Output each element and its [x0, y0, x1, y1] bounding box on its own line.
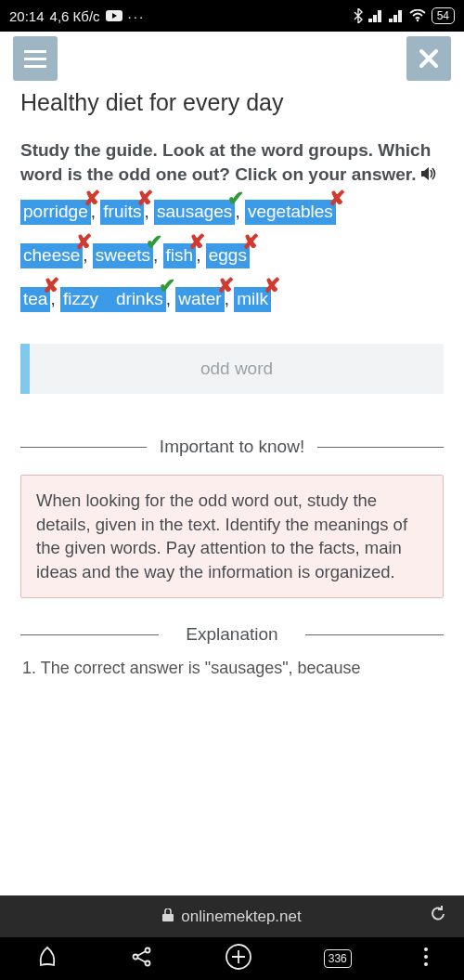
word-option[interactable]: vegetables	[245, 200, 336, 225]
word-option[interactable]: sausages	[154, 200, 235, 225]
divider-line	[305, 634, 444, 635]
reload-button[interactable]	[429, 905, 447, 928]
speaker-icon	[421, 166, 438, 181]
signal-2-icon	[389, 9, 404, 22]
odd-word-input[interactable]: odd word	[20, 344, 444, 394]
word-option[interactable]: fish	[163, 243, 197, 268]
word-option[interactable]: tea	[20, 287, 50, 312]
android-statusbar: 20:14 4,6 Кб/с ··· 54	[0, 0, 464, 32]
word-option[interactable]: fizzy drinks	[60, 287, 166, 312]
svg-point-1	[416, 20, 418, 21]
youtube-icon	[106, 8, 122, 24]
battery-icon: 54	[432, 7, 455, 24]
divider-line	[20, 447, 147, 448]
divider-line	[317, 447, 444, 448]
word-option[interactable]: sweets	[93, 243, 153, 268]
more-button[interactable]	[423, 947, 429, 971]
close-icon	[419, 48, 439, 69]
plus-circle-icon	[225, 943, 252, 971]
important-info-box: When looking for the odd word out, study…	[20, 475, 444, 599]
word-row: cheese✘, sweets✔, fish✘, eggs✘	[20, 243, 444, 268]
important-heading: Important to know!	[160, 437, 304, 458]
share-icon	[131, 946, 153, 968]
status-speed: 4,6 Кб/с	[50, 8, 100, 24]
share-button[interactable]	[131, 946, 153, 972]
word-option[interactable]: eggs	[206, 243, 250, 268]
browser-url-bar[interactable]: onlinemektep.net	[0, 895, 464, 937]
explanation-heading: Explanation	[172, 624, 292, 646]
lock-icon	[162, 908, 174, 926]
word-row: tea✘, fizzy drinks✔, water✘, milk✘	[20, 287, 444, 312]
home-button[interactable]	[35, 945, 59, 973]
word-option[interactable]: porridge	[20, 200, 91, 225]
signal-1-icon	[368, 9, 383, 22]
explanation-preview: 1. The correct answer is "sausages", bec…	[20, 659, 444, 679]
svg-point-8	[424, 955, 428, 959]
tabs-button[interactable]: 336	[324, 949, 352, 968]
svg-point-9	[424, 962, 428, 966]
home-icon	[35, 945, 59, 969]
new-tab-button[interactable]	[225, 943, 252, 974]
bluetooth-icon	[354, 8, 363, 23]
word-groups: porridge✘, fruits✘, sausages✔, vegetable…	[20, 200, 444, 311]
word-option[interactable]: fruits	[100, 200, 144, 225]
hamburger-icon	[24, 50, 46, 68]
word-option[interactable]: cheese	[20, 243, 83, 268]
reload-icon	[429, 905, 447, 923]
status-time: 20:14	[9, 8, 45, 24]
word-option[interactable]: water	[175, 287, 224, 312]
task-instructions: Study the guide. Look at the word groups…	[20, 138, 444, 187]
audio-button[interactable]	[421, 163, 438, 188]
more-notifications-icon: ···	[128, 8, 146, 24]
url-text: onlinemektep.net	[181, 908, 301, 926]
svg-point-7	[424, 947, 428, 951]
odd-word-placeholder: odd word	[200, 359, 273, 379]
divider-line	[20, 634, 159, 635]
close-button[interactable]	[406, 36, 451, 81]
wifi-icon	[409, 9, 426, 22]
word-option[interactable]: milk	[234, 287, 271, 312]
page-title: Healthy diet for every day	[20, 89, 444, 116]
menu-button[interactable]	[13, 36, 58, 81]
word-row: porridge✘, fruits✘, sausages✔, vegetable…	[20, 200, 444, 225]
svg-rect-2	[162, 914, 174, 921]
more-vert-icon	[423, 947, 429, 967]
app-webview: Healthy diet for every day Study the gui…	[0, 32, 464, 895]
browser-bottom-nav: 336	[0, 937, 464, 980]
